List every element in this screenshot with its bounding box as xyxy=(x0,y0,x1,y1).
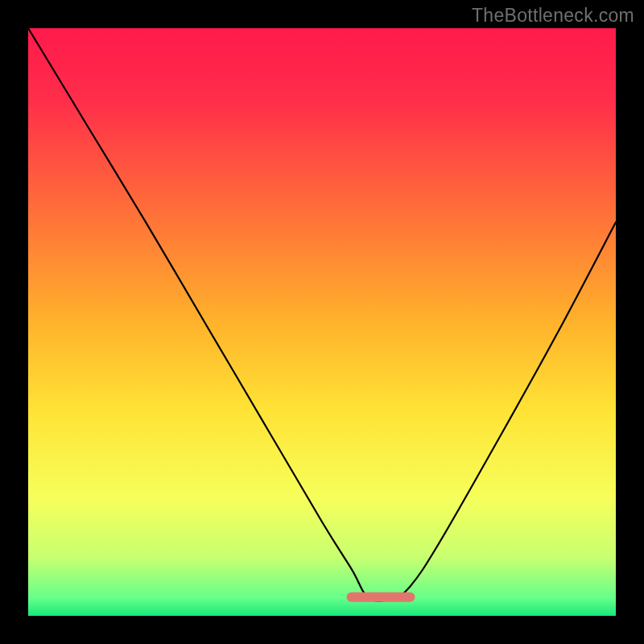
watermark-text: TheBottleneck.com xyxy=(472,5,634,27)
plot-area xyxy=(28,28,616,616)
chart-frame: TheBottleneck.com xyxy=(0,0,644,644)
curve-layer xyxy=(28,28,616,616)
main-curve xyxy=(28,28,616,601)
